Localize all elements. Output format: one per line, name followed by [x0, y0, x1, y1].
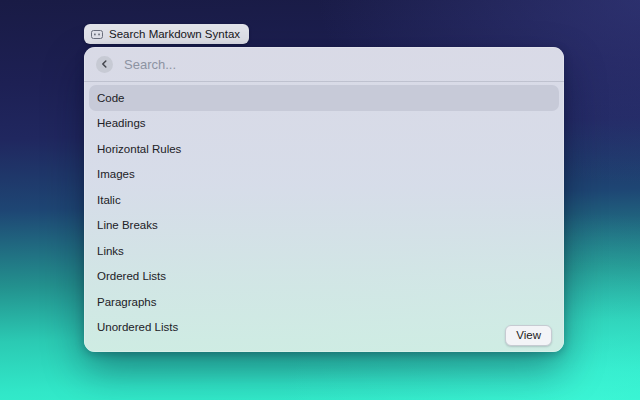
- list-item[interactable]: Links: [89, 238, 559, 264]
- search-markdown-syntax-tooltip[interactable]: Search Markdown Syntax: [84, 24, 249, 44]
- list-item[interactable]: Paragraphs: [89, 289, 559, 315]
- list-item-label: Links: [97, 245, 124, 257]
- chevron-left-icon: [101, 60, 108, 68]
- view-button[interactable]: View: [505, 325, 552, 346]
- tooltip-label: Search Markdown Syntax: [109, 28, 240, 40]
- list-item-label: Italic: [97, 194, 121, 206]
- list-item-label: Horizontal Rules: [97, 143, 181, 155]
- list-item[interactable]: Headings: [89, 111, 559, 137]
- list-item-label: Code: [97, 92, 125, 104]
- search-input[interactable]: [122, 56, 554, 73]
- syntax-list: Code Headings Horizontal Rules Images It…: [84, 82, 564, 340]
- back-button[interactable]: [96, 56, 113, 73]
- list-item-label: Images: [97, 168, 135, 180]
- list-item-label: Line Breaks: [97, 219, 158, 231]
- list-item-label: Unordered Lists: [97, 321, 178, 333]
- list-item-label: Headings: [97, 117, 146, 129]
- search-popover-panel: Code Headings Horizontal Rules Images It…: [84, 47, 564, 352]
- list-item[interactable]: Italic: [89, 187, 559, 213]
- hotkey-badge-icon: [91, 30, 103, 39]
- list-item[interactable]: Line Breaks: [89, 213, 559, 239]
- list-item-label: Paragraphs: [97, 296, 156, 308]
- search-bar: [84, 47, 564, 81]
- list-item[interactable]: Code: [89, 85, 559, 111]
- desktop-background: Search Markdown Syntax Code Headings: [0, 0, 640, 400]
- list-item[interactable]: Unordered Lists: [89, 315, 559, 341]
- list-item[interactable]: Ordered Lists: [89, 264, 559, 290]
- list-item-label: Ordered Lists: [97, 270, 166, 282]
- list-item[interactable]: Images: [89, 162, 559, 188]
- list-item[interactable]: Horizontal Rules: [89, 136, 559, 162]
